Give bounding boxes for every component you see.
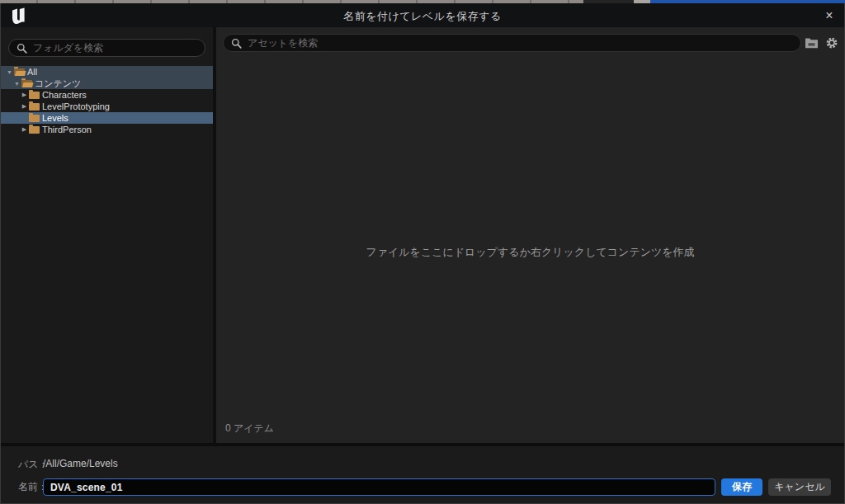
save-controls-bar: パス： /All/Game/Levels 名前： 保存 キャンセル	[1, 446, 844, 503]
closed-folder-icon	[29, 92, 40, 99]
cancel-button[interactable]: キャンセル	[768, 478, 831, 496]
save-level-dialog: 名前を付けてレベルを保存する × ▼All▼コンテンツ▶Characters▶L…	[0, 3, 845, 504]
settings-gear-icon[interactable]	[825, 36, 838, 49]
tree-item-ThirdPerson[interactable]: ▶ThirdPerson	[1, 124, 213, 135]
tree-item-All[interactable]: ▼All	[1, 66, 213, 78]
asset-view-toolbar	[805, 34, 838, 52]
empty-drop-message: ファイルをここにドロップするか右クリックしてコンテンツを作成	[216, 245, 844, 260]
search-icon	[231, 38, 242, 49]
dialog-titlebar: 名前を付けてレベルを保存する ×	[1, 3, 844, 27]
save-level-dialog-screen: 名前を付けてレベルを保存する × ▼All▼コンテンツ▶Characters▶L…	[0, 0, 845, 504]
folder-icon[interactable]	[805, 37, 819, 49]
open-folder-icon	[21, 80, 32, 87]
chevron-right-icon[interactable]: ▶	[20, 126, 29, 133]
save-button[interactable]: 保存	[721, 478, 762, 496]
dialog-title: 名前を付けてレベルを保存する	[1, 9, 844, 24]
closed-folder-icon	[29, 103, 40, 111]
tree-item-label: コンテンツ	[35, 78, 81, 90]
tree-item-Levels[interactable]: Levels	[1, 112, 213, 124]
asset-search-input[interactable]	[248, 37, 793, 49]
chevron-down-icon[interactable]: ▼	[5, 69, 14, 75]
name-row: 名前： 保存 キャンセル	[1, 478, 844, 496]
asset-view-panel: ファイルをここにドロップするか右クリックしてコンテンツを作成 0 アイテム	[216, 27, 844, 443]
tree-item-label: Characters	[42, 90, 87, 100]
level-name-input[interactable]	[43, 478, 715, 496]
path-row: パス： /All/Game/Levels	[1, 458, 844, 471]
path-value: /All/Game/Levels	[43, 458, 118, 469]
tree-item-Characters[interactable]: ▶Characters	[1, 89, 213, 101]
closed-folder-icon	[29, 126, 40, 134]
chevron-right-icon[interactable]: ▶	[20, 92, 29, 98]
folder-tree: ▼All▼コンテンツ▶Characters▶LevelPrototypingLe…	[1, 66, 213, 135]
tree-item-label: Levels	[42, 113, 68, 123]
folder-tree-panel: ▼All▼コンテンツ▶Characters▶LevelPrototypingLe…	[1, 27, 213, 443]
closed-folder-icon	[29, 115, 40, 122]
tree-item-label: LevelPrototyping	[42, 101, 110, 111]
folder-search-box[interactable]	[8, 39, 205, 57]
chevron-right-icon[interactable]: ▶	[20, 103, 29, 110]
tree-item-LevelPrototyping[interactable]: ▶LevelPrototyping	[1, 101, 213, 112]
folder-search-input[interactable]	[33, 42, 197, 54]
item-count-label: 0 アイテム	[225, 422, 274, 436]
search-icon	[17, 43, 27, 54]
open-folder-icon	[14, 68, 25, 76]
tree-item-コンテンツ[interactable]: ▼コンテンツ	[1, 78, 213, 89]
asset-search-box[interactable]	[223, 34, 801, 52]
close-icon[interactable]: ×	[821, 7, 838, 24]
tree-item-label: All	[27, 67, 37, 77]
chevron-down-icon[interactable]: ▼	[12, 81, 21, 87]
tree-item-label: ThirdPerson	[42, 125, 92, 134]
